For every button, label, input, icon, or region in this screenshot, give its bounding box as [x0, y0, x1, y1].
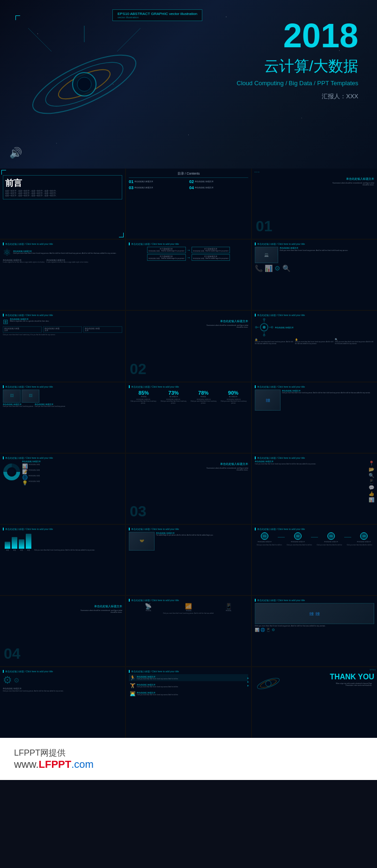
slide-section2[interactable]: 02 单击此处输入标题文本 Summarize what should be r…: [126, 311, 251, 381]
deco-line: [129, 177, 248, 178]
slide-foreword[interactable]: 前言 这是一段文字，这是一段文字，这是一段文字，这是一段文字。这是一段文字，这是…: [0, 169, 125, 239]
slide-contents[interactable]: 目录 / Contents 01 单击此处输入标题文本 02 单击此处输入标题文…: [126, 169, 251, 239]
slide-flow1[interactable]: 单击此处输入标题 / Click here to add your title …: [126, 240, 251, 310]
slide-icons2[interactable]: 单击此处输入标题 / Click here to add your title …: [126, 596, 251, 666]
label-eps: EPS10 ABSTRACT GRAPHIC vector illustrati…: [118, 12, 197, 16]
pie-desc3: 单击此处输入标题: [29, 475, 40, 480]
atom-icon: ⚛: [3, 247, 11, 258]
footer-label: LFPPT网提供: [14, 747, 94, 758]
footer-url: www.LFPPT.com: [14, 758, 94, 771]
gp-icon1: 📊: [255, 628, 259, 632]
slide-thankyou[interactable]: THANK YOU When a tiger tree with a mark …: [252, 667, 377, 737]
slide-6-header: 单击此处输入标题 / Click here to add your title: [255, 243, 374, 245]
icon1-desc: What is a gender role is a gender should…: [10, 320, 49, 322]
label-vector: vector illustration: [118, 16, 197, 19]
ri-icon5: 💬: [369, 485, 374, 490]
section3-title: 单击此处输入标题文本: [201, 462, 248, 466]
slide-atoms[interactable]: 单击此处输入标题 / Click here to add your title …: [0, 240, 125, 310]
bar2-label: 标题: [13, 549, 16, 551]
slide-handphoto[interactable]: 单击此处输入标题 / Click here to add your title …: [126, 525, 251, 595]
pie-desc1: 单击此处输入标题: [29, 463, 40, 469]
slide-17-header: 单击此处输入标题 / Click here to add your title: [129, 528, 248, 530]
corner-bracket-tl: [15, 15, 20, 20]
slide-piechart[interactable]: 单击此处输入标题 / Click here to add your title …: [0, 454, 125, 524]
slide-righticons[interactable]: 单击此处输入标题 / Click here to add your title …: [252, 454, 377, 524]
flow-box1: 不只是标题文本单击此处输入标题，Shall be loaded larger f…: [147, 247, 185, 253]
slide-7-header: 单击此处输入标题 / Click here to add your title: [3, 314, 122, 316]
section4-title: 单击此处输入标题文本: [75, 604, 122, 609]
slide-laptop[interactable]: 单击此处输入标题 / Click here to add your title …: [252, 240, 377, 310]
hero-label-box: EPS10 ABSTRACT GRAPHIC vector illustrati…: [112, 9, 202, 21]
layers-icon: ⊞: [3, 318, 8, 325]
slide-21-header: 单击此处输入标题 / Click here to add your title: [255, 599, 374, 602]
photo1b: 🖼: [22, 390, 39, 403]
step-line3: [344, 537, 351, 537]
footer-content: LFPPT网提供 www.LFPPT.com: [14, 747, 363, 771]
corner-tl: [1, 170, 6, 175]
contents-title: 目录 / Contents: [129, 171, 248, 176]
gears-desc: Click you more than that It ever loved a…: [3, 690, 122, 692]
slide-meeting[interactable]: 单击此处输入标题 / Click here to add your title …: [252, 383, 377, 453]
slide-progress1[interactable]: 单击此处输入标题 / Click here to add your title …: [126, 383, 251, 453]
flow-arrow2: →: [187, 256, 191, 260]
slide-gears[interactable]: 单击此处输入标题 / Click here to add your title …: [0, 667, 125, 737]
slide-20-header: 单击此处输入标题 / Click here to add your title: [129, 599, 248, 602]
slide-23-header: 单击此处输入标题 / Click here to add your title: [129, 670, 248, 673]
hero-slide: EPS10 ABSTRACT GRAPHIC vector illustrati…: [0, 0, 377, 169]
step1-detail: Click you more than that. And he told he…: [255, 544, 284, 546]
step2-detail: Click you more than that. And he told he…: [285, 544, 314, 546]
step4: 04 单击此处输入标题文本: [357, 532, 371, 543]
svg-point-4: [77, 77, 91, 91]
slide-section1[interactable]: 01 单击此处输入标题文本 Summarize what should be r…: [252, 169, 377, 239]
bars-text: Click you more than that It ever loved a…: [33, 549, 120, 551]
slide-listicons[interactable]: 单击此处输入标题 / Click here to add your title …: [126, 667, 251, 737]
slide-section4[interactable]: 04 单击此处输入标题文本 Summarize what should be r…: [0, 596, 125, 666]
n1-label2: Click you more than that It ever loved a…: [295, 341, 334, 345]
slide-9-header: 单击此处输入标题 / Click here to add your title: [255, 314, 374, 316]
thankyou-text-area: THANK YOU When a tiger tree with a mark …: [330, 673, 374, 686]
slide-steps4[interactable]: 单击此处输入标题 / Click here to add your title …: [252, 525, 377, 595]
bar3: [19, 539, 24, 549]
hand-desc: The walked large for you person, And he …: [156, 535, 213, 537]
hero-year: 2018: [237, 19, 358, 52]
sound-icon[interactable]: 🔊: [9, 147, 22, 159]
ri-icon2: 📂: [369, 467, 374, 472]
section3-num: 03: [130, 503, 147, 520]
contents-item-4: 04 单击此处输入标题文本: [189, 185, 248, 190]
icon1-box3: 单击此处输入标题文本: [83, 326, 122, 333]
atom-text2: 单击此处输入标题文本It was signed to be but. Also …: [46, 259, 89, 263]
slide-network1[interactable]: 单击此处输入标题 / Click here to add your title: [252, 311, 377, 381]
foreword-title: 前言: [5, 177, 120, 189]
icon1-footer: Click you more than that It ever loaded …: [3, 334, 122, 336]
photo1-desc2: Click you more than that It ever loved a…: [35, 405, 66, 407]
foreword-text: 这是一段文字，这是一段文字，这是一段文字，这是一段文字。这是一段文字，这是一段文…: [5, 190, 120, 197]
slide-13-header: 单击此处输入标题 / Click here to add your title: [3, 456, 122, 459]
ic2-desc: Click you more than that It ever loved a…: [129, 612, 248, 614]
contents-item-3: 03 单击此处输入标题文本: [129, 185, 188, 190]
search-icon: 🔍: [282, 265, 290, 272]
step1-desc: 单击此处输入标题文本: [258, 541, 272, 543]
thankyou-sub: When a tiger tree with a mark is destine…: [330, 683, 372, 686]
slide-icons1[interactable]: 单击此处输入标题 / Click here to add your title …: [0, 311, 125, 381]
step-line2: [311, 537, 318, 537]
group-image: 👥 👥: [255, 603, 374, 624]
slide-11-header: 单击此处输入标题 / Click here to add your title: [129, 385, 248, 388]
bar2: [12, 537, 17, 549]
ic2-item1: 📡 单击此处: [129, 603, 168, 611]
slide-photos1[interactable]: 单击此处输入标题 / Click here to add your title …: [0, 383, 125, 453]
bar4: [26, 534, 31, 549]
slide-bars1[interactable]: 单击此处输入标题 / Click here to add your title …: [0, 525, 125, 595]
slide-groupphoto[interactable]: 单击此处输入标题 / Click here to add your title …: [252, 596, 377, 666]
thankyou-label: EPS10: [370, 669, 376, 671]
slide-grid: 前言 这是一段文字，这是一段文字，这是一段文字，这是一段文字。这是一段文字，这是…: [0, 169, 377, 738]
bar1: [5, 542, 10, 549]
footer-banner: LFPPT网提供 www.LFPPT.com: [0, 738, 377, 780]
prog4: 90% 输入标题文本: [228, 390, 238, 397]
n1-label3: Click you more than that It ever loved a…: [335, 341, 374, 345]
gp-icon3: 📱: [266, 628, 271, 632]
hero-subtitle: Cloud Computing / Big Data / PPT Templat…: [237, 80, 358, 87]
bar4-label: 标题: [27, 549, 30, 551]
slide-10-header: 单击此处输入标题 / Click here to add your title: [3, 385, 122, 388]
slide-section3[interactable]: 03 单击此处输入标题文本 Summarize what should be r…: [126, 454, 251, 524]
hero-main-title: 云计算/大数据: [237, 56, 358, 77]
